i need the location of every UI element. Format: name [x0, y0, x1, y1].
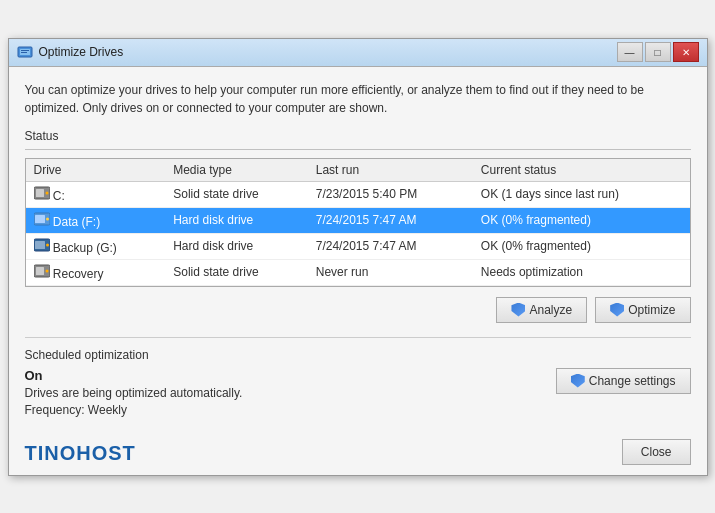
drive-table: Drive Media type Last run Current status… [25, 158, 691, 287]
col-status: Current status [473, 159, 690, 182]
brand-logo: TINOHOST [25, 442, 136, 465]
col-media-type: Media type [165, 159, 308, 182]
svg-rect-8 [35, 215, 45, 223]
drive-media-type: Hard disk drive [165, 207, 308, 233]
svg-rect-5 [36, 189, 44, 197]
main-content: You can optimize your drives to help you… [9, 67, 707, 429]
scheduled-info: On Drives are being optimized automatica… [25, 368, 243, 417]
analyze-button[interactable]: Analyze [496, 297, 587, 323]
drive-last-run: 7/23/2015 5:40 PM [308, 181, 473, 207]
drive-last-run: 7/24/2015 7:47 AM [308, 207, 473, 233]
status-section-label: Status [25, 129, 691, 143]
minimize-button[interactable]: — [617, 42, 643, 62]
drive-status: Needs optimization [473, 259, 690, 285]
optimize-shield-icon [610, 303, 624, 317]
scheduled-status: On [25, 368, 243, 383]
drive-name-cell: Recovery [26, 259, 166, 285]
title-icon [17, 44, 33, 60]
table-row[interactable]: Backup (G:)Hard disk drive7/24/2015 7:47… [26, 233, 690, 259]
drive-name-cell: Data (F:) [26, 207, 166, 233]
optimize-label: Optimize [628, 303, 675, 317]
table-row[interactable]: C:Solid state drive7/23/2015 5:40 PMOK (… [26, 181, 690, 207]
svg-rect-2 [21, 50, 29, 51]
drive-last-run: 7/24/2015 7:47 AM [308, 233, 473, 259]
drive-last-run: Never run [308, 259, 473, 285]
svg-point-15 [45, 269, 48, 272]
svg-point-12 [46, 243, 49, 246]
svg-rect-11 [35, 241, 45, 249]
maximize-button[interactable]: □ [645, 42, 671, 62]
table-row[interactable]: RecoverySolid state driveNever runNeeds … [26, 259, 690, 285]
drive-status: OK (0% fragmented) [473, 207, 690, 233]
analyze-shield-icon [511, 303, 525, 317]
scheduled-description: Drives are being optimized automatically… [25, 386, 243, 400]
drive-name-cell: C: [26, 181, 166, 207]
ssd-drive-icon [34, 264, 50, 278]
table-row[interactable]: Data (F:)Hard disk drive7/24/2015 7:47 A… [26, 207, 690, 233]
drive-media-type: Solid state drive [165, 181, 308, 207]
titlebar-buttons: — □ ✕ [617, 42, 699, 62]
ssd-drive-icon [34, 186, 50, 200]
drive-name-cell: Backup (G:) [26, 233, 166, 259]
scheduled-section: Scheduled optimization On Drives are bei… [25, 337, 691, 417]
svg-point-6 [45, 191, 48, 194]
change-settings-button[interactable]: Change settings [556, 368, 691, 394]
svg-rect-3 [21, 52, 27, 53]
col-drive: Drive [26, 159, 166, 182]
footer: TINOHOST Close [9, 429, 707, 475]
window-close-button[interactable]: ✕ [673, 42, 699, 62]
col-last-run: Last run [308, 159, 473, 182]
hdd-drive-icon [34, 212, 50, 226]
hdd-drive-icon [34, 238, 50, 252]
scheduled-frequency: Frequency: Weekly [25, 403, 243, 417]
drive-status: OK (0% fragmented) [473, 233, 690, 259]
scheduled-section-label: Scheduled optimization [25, 348, 691, 362]
drive-status: OK (1 days since last run) [473, 181, 690, 207]
optimize-button[interactable]: Optimize [595, 297, 690, 323]
scheduled-body: On Drives are being optimized automatica… [25, 368, 691, 417]
settings-shield-icon [571, 374, 585, 388]
drive-media-type: Solid state drive [165, 259, 308, 285]
svg-point-9 [46, 217, 49, 220]
analyze-label: Analyze [529, 303, 572, 317]
action-buttons: Analyze Optimize [25, 297, 691, 323]
svg-rect-14 [36, 267, 44, 275]
titlebar: Optimize Drives — □ ✕ [9, 39, 707, 67]
description-text: You can optimize your drives to help you… [25, 81, 691, 117]
status-divider [25, 149, 691, 150]
window-title: Optimize Drives [39, 45, 617, 59]
close-button[interactable]: Close [622, 439, 691, 465]
drive-media-type: Hard disk drive [165, 233, 308, 259]
change-settings-label: Change settings [589, 374, 676, 388]
main-window: Optimize Drives — □ ✕ You can optimize y… [8, 38, 708, 476]
